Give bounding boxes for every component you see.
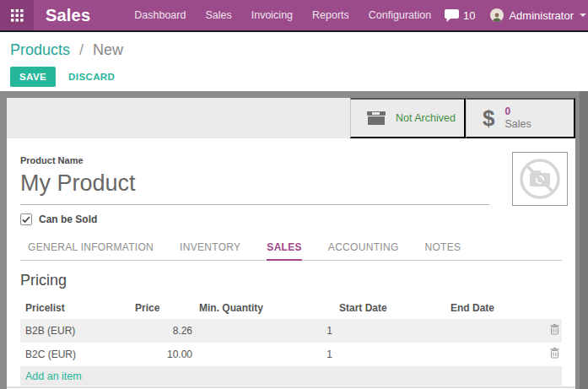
archive-toggle-button[interactable]: Not Archived xyxy=(350,98,466,138)
notebook-tabs: GENERAL INFORMATION INVENTORY SALES ACCO… xyxy=(20,241,562,261)
sales-stat-text: 0 Sales xyxy=(504,105,531,130)
control-panel: Products / New SAVE DISCARD xyxy=(0,32,588,91)
tab-inventory[interactable]: INVENTORY xyxy=(180,241,240,261)
section-divider xyxy=(7,386,575,388)
menu-item-dashboard[interactable]: Dashboard xyxy=(134,9,186,21)
col-header-price[interactable]: Price xyxy=(130,300,194,319)
add-an-item-link[interactable]: Add an item xyxy=(20,366,562,386)
trash-icon xyxy=(550,324,559,335)
user-name: Administrator xyxy=(509,9,574,22)
col-header-pricelist[interactable]: Pricelist xyxy=(20,300,130,319)
app-title: Sales xyxy=(46,6,90,25)
breadcrumb-products-link[interactable]: Products xyxy=(10,41,70,58)
pricing-header-row: Pricelist Price Min. Quantity Start Date… xyxy=(20,300,562,319)
cell-price[interactable]: 8.26 xyxy=(130,319,194,343)
messages-button[interactable]: 10 xyxy=(445,9,475,22)
chat-bubble-icon xyxy=(445,9,459,22)
menu-item-invoicing[interactable]: Invoicing xyxy=(251,9,293,21)
cell-delete xyxy=(543,343,562,366)
product-name-input[interactable]: My Product xyxy=(20,167,489,205)
cell-end-date[interactable] xyxy=(445,343,543,366)
pricing-row-b2b[interactable]: B2B (EUR) 8.26 1 xyxy=(20,319,562,343)
can-be-sold-field[interactable]: Can be Sold xyxy=(20,213,562,225)
pricing-section-title: Pricing xyxy=(20,272,562,289)
cell-start-date[interactable] xyxy=(334,343,445,366)
checkmark-icon xyxy=(22,216,30,224)
product-form-screen: { "topbar": { "app_title": "Sales", "men… xyxy=(0,0,588,389)
menu-item-reports[interactable]: Reports xyxy=(312,9,349,21)
chevron-down-icon xyxy=(580,14,586,17)
cell-delete xyxy=(543,319,562,343)
breadcrumb-separator: / xyxy=(79,41,84,58)
form-sheet: Not Archived $ 0 Sales Product Name My P… xyxy=(7,98,575,389)
dollar-icon: $ xyxy=(483,107,494,129)
form-page: Not Archived $ 0 Sales Product Name My P… xyxy=(0,91,588,389)
col-header-end-date[interactable]: End Date xyxy=(445,300,543,319)
menu-item-sales[interactable]: Sales xyxy=(205,9,231,21)
grid-icon xyxy=(11,9,24,22)
form-actions: SAVE DISCARD xyxy=(10,67,578,87)
trash-icon xyxy=(550,348,559,359)
product-name-label: Product Name xyxy=(20,155,562,165)
apps-menu-button[interactable] xyxy=(0,0,34,30)
top-menu: Dashboard Sales Invoicing Reports Config… xyxy=(134,9,431,21)
cell-pricelist[interactable]: B2C (EUR) xyxy=(20,343,130,366)
pricing-row-b2c[interactable]: B2C (EUR) 10.00 1 xyxy=(20,343,562,366)
sales-stat-value: 0 xyxy=(504,105,531,117)
vertical-scrollbar[interactable] xyxy=(580,91,588,389)
cell-min-quantity[interactable]: 1 xyxy=(194,319,334,343)
can-be-sold-checkbox[interactable] xyxy=(20,213,32,225)
discard-button[interactable]: DISCARD xyxy=(59,67,124,87)
topbar: Sales Dashboard Sales Invoicing Reports … xyxy=(0,0,588,30)
pricing-table: Pricelist Price Min. Quantity Start Date… xyxy=(20,300,562,366)
breadcrumb: Products / New xyxy=(10,41,578,59)
tab-accounting[interactable]: ACCOUNTING xyxy=(328,241,399,261)
archive-box-icon xyxy=(367,111,386,125)
cell-pricelist[interactable]: B2B (EUR) xyxy=(20,319,130,343)
delete-row-button[interactable] xyxy=(550,348,559,359)
user-avatar xyxy=(490,8,504,22)
person-icon xyxy=(492,12,502,22)
no-camera-icon xyxy=(518,157,562,201)
user-menu-button[interactable]: Administrator xyxy=(490,8,586,22)
tab-general-information[interactable]: GENERAL INFORMATION xyxy=(28,241,154,261)
sales-stat-button[interactable]: $ 0 Sales xyxy=(466,98,575,138)
save-button[interactable]: SAVE xyxy=(10,67,56,87)
messages-count: 10 xyxy=(463,9,475,22)
tab-sales[interactable]: SALES xyxy=(267,241,302,261)
cell-min-quantity[interactable]: 1 xyxy=(194,343,334,366)
topbar-right: 10 Administrator xyxy=(445,8,588,22)
product-image-placeholder[interactable] xyxy=(512,152,568,206)
col-header-delete xyxy=(543,300,562,319)
tab-notes[interactable]: NOTES xyxy=(425,241,461,261)
status-bar: Not Archived $ 0 Sales xyxy=(7,98,575,138)
menu-item-configuration[interactable]: Configuration xyxy=(369,9,431,21)
cell-start-date[interactable] xyxy=(334,319,445,343)
col-header-start-date[interactable]: Start Date xyxy=(334,300,445,319)
col-header-min-quantity[interactable]: Min. Quantity xyxy=(194,300,334,319)
can-be-sold-label: Can be Sold xyxy=(39,213,97,225)
delete-row-button[interactable] xyxy=(550,324,559,335)
archive-status-label: Not Archived xyxy=(396,112,456,124)
sales-stat-label: Sales xyxy=(504,118,531,131)
sheet-body: Product Name My Product Ca xyxy=(7,138,575,386)
breadcrumb-current: New xyxy=(93,41,123,58)
cell-end-date[interactable] xyxy=(445,319,543,343)
cell-price[interactable]: 10.00 xyxy=(130,343,194,366)
